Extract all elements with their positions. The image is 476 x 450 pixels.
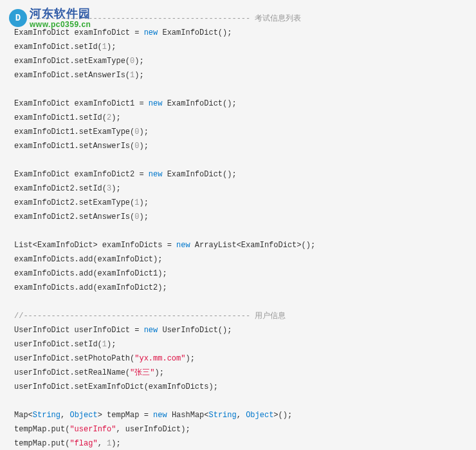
- code-text: HashMap<: [167, 411, 209, 420]
- code-line: examInfoDict2.setId(3);: [14, 182, 476, 196]
- blank-line: [14, 82, 476, 97]
- code-text: , userInfoDict);: [116, 425, 190, 434]
- blank-line: [14, 394, 476, 408]
- code-line: examInfoDict1.setExamType(0);: [14, 125, 476, 139]
- code-text: );: [111, 113, 120, 122]
- code-text: );: [185, 354, 194, 363]
- code-text: );: [139, 198, 148, 207]
- code-text: userInfoDict.setId(: [14, 340, 102, 349]
- code-text: ExamInfoDict();: [162, 170, 236, 179]
- code-text: userInfoDict.setRealName(: [14, 368, 130, 377]
- code-line: userInfoDict.setId(1);: [14, 337, 476, 352]
- code-line: examInfoDict.setExamType(0);: [14, 54, 476, 68]
- code-text: );: [111, 184, 120, 193]
- code-text: UserInfoDict();: [158, 326, 232, 335]
- code-text: ArrayList<ExamInfoDict>();: [190, 241, 315, 250]
- code-text: List<ExamInfoDict> examInfoDicts =: [14, 241, 176, 250]
- code-text: Map<: [14, 411, 33, 420]
- code-text: );: [134, 71, 143, 80]
- code-line: ExamInfoDict examInfoDict1 = new ExamInf…: [14, 97, 476, 111]
- blank-line: [14, 295, 476, 309]
- number-literal: 1: [102, 340, 107, 349]
- code-line: examInfoDict.setAnswerIs(1);: [14, 68, 476, 82]
- code-line: UserInfoDict userInfoDict = new UserInfo…: [14, 323, 476, 337]
- code-text: );: [107, 42, 116, 52]
- keyword-new: new: [176, 241, 190, 250]
- code-text: examInfoDict2.setAnswerIs(: [14, 212, 134, 221]
- code-line: examInfoDict2.setAnswerIs(0);: [14, 210, 476, 224]
- code-line: userInfoDict.setRealName("张三");: [14, 366, 476, 380]
- code-line: ExamInfoDict examInfoDict = new ExamInfo…: [14, 26, 476, 40]
- code-line: examInfoDict2.setExamType(1);: [14, 196, 476, 210]
- string-literal: "张三": [130, 368, 154, 377]
- code-text: ,: [60, 411, 69, 420]
- code-text: examInfoDict1.setExamType(: [14, 127, 134, 136]
- code-text: );: [139, 142, 148, 151]
- keyword-new: new: [144, 28, 158, 37]
- code-text: examInfoDict2.setId(: [14, 184, 107, 193]
- code-line: Map<String, Object> tempMap = new HashMa…: [14, 408, 476, 422]
- code-line: userInfoDict.setExamInfoDict(examInfoDic…: [14, 380, 476, 394]
- code-text: ExamInfoDict();: [158, 28, 232, 37]
- keyword-new: new: [149, 170, 163, 179]
- code-text: );: [139, 127, 148, 136]
- code-line: ExamInfoDict examInfoDict2 = new ExamInf…: [14, 167, 476, 182]
- code-text: );: [111, 439, 120, 448]
- code-text: ,: [237, 411, 246, 420]
- code-text: examInfoDict.setExamType(: [14, 57, 130, 66]
- comment-user-info: //--------------------------------------…: [14, 309, 476, 323]
- code-text: examInfoDict1.setAnswerIs(: [14, 142, 134, 151]
- code-text: tempMap.put(: [14, 425, 69, 434]
- blank-line: [14, 153, 476, 167]
- type-object: Object: [246, 411, 273, 420]
- blank-line: [14, 224, 476, 238]
- keyword-new: new: [144, 326, 158, 335]
- code-text: ExamInfoDict examInfoDict =: [14, 28, 144, 37]
- code-line: examInfoDict.setId(1);: [14, 40, 476, 54]
- code-text: > tempMap =: [98, 411, 153, 420]
- code-line: tempMap.put("userInfo", userInfoDict);: [14, 422, 476, 436]
- keyword-new: new: [153, 411, 167, 420]
- code-text: UserInfoDict userInfoDict =: [14, 326, 144, 335]
- type-object: Object: [69, 411, 97, 420]
- code-text: tempMap.put(: [14, 439, 69, 448]
- number-literal: 1: [102, 42, 107, 52]
- code-text: examInfoDict.setAnswerIs(: [14, 71, 130, 80]
- code-line: examInfoDicts.add(examInfoDict2);: [14, 281, 476, 295]
- code-text: examInfoDict1.setId(: [14, 113, 107, 122]
- string-literal: "userInfo": [69, 425, 116, 434]
- code-line: examInfoDicts.add(examInfoDict);: [14, 252, 476, 267]
- type-string: String: [33, 411, 60, 420]
- string-literal: "flag": [69, 439, 97, 448]
- code-line: tempMap.put("flag", 1);: [14, 436, 476, 450]
- comment-exam-info: //--------------------------------------…: [14, 12, 476, 26]
- code-text: ExamInfoDict();: [162, 99, 236, 108]
- code-text: userInfoDict.setPhotoPath(: [14, 354, 134, 363]
- code-line: userInfoDict.setPhotoPath("yx.mm.com");: [14, 352, 476, 366]
- code-text: >();: [273, 411, 292, 420]
- code-text: examInfoDict2.setExamType(: [14, 198, 134, 207]
- code-text: ,: [98, 439, 107, 448]
- code-line: examInfoDict1.setId(2);: [14, 111, 476, 125]
- code-text: );: [134, 57, 143, 66]
- code-line: examInfoDicts.add(examInfoDict1);: [14, 267, 476, 281]
- code-line: List<ExamInfoDict> examInfoDicts = new A…: [14, 238, 476, 252]
- code-text: examInfoDict.setId(: [14, 42, 102, 52]
- code-text: );: [139, 212, 148, 221]
- keyword-new: new: [149, 99, 163, 108]
- code-text: );: [107, 340, 116, 349]
- code-line: examInfoDict1.setAnswerIs(0);: [14, 139, 476, 153]
- type-string: String: [209, 411, 237, 420]
- code-text: ExamInfoDict examInfoDict1 =: [14, 99, 149, 108]
- code-text: );: [154, 368, 163, 377]
- code-text: ExamInfoDict examInfoDict2 =: [14, 170, 149, 179]
- string-literal: "yx.mm.com": [134, 354, 185, 363]
